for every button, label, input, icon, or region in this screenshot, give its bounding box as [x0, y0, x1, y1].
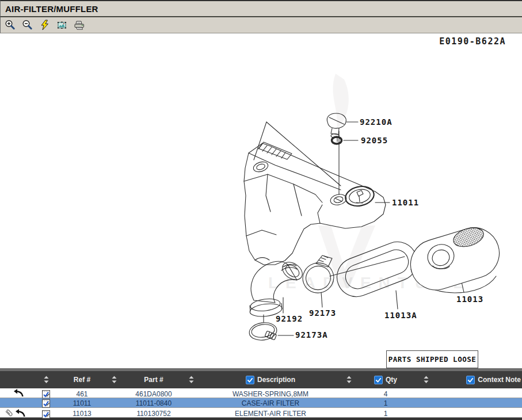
zoom-in-icon: [5, 20, 16, 30]
desc-cell: CASE-AIR FILTER: [197, 398, 344, 408]
part-cell: 110130752: [122, 408, 185, 419]
row-actions: [0, 408, 35, 419]
zoom-out-icon: [22, 20, 33, 30]
lightning-icon: [40, 20, 49, 30]
paperclip-icon[interactable]: [5, 408, 14, 419]
parts-shipped-loose-box: PARTS SHIPPED LOOSE: [386, 350, 478, 368]
sort-arrows-icon: [189, 376, 194, 384]
sort-arrows-icon: [44, 376, 49, 384]
row-actions: [0, 398, 35, 408]
doc-check-cell[interactable]: [35, 408, 58, 419]
doc-check-icon: [41, 409, 51, 419]
context-note-checkbox[interactable]: [466, 376, 475, 384]
sort-arrows-icon: [112, 376, 117, 384]
sort-icon-description[interactable]: [344, 371, 354, 388]
sort-icon-part[interactable]: [185, 371, 197, 388]
sort-arrows-icon: [424, 376, 429, 384]
reply-arrow-icon[interactable]: [16, 408, 26, 419]
header-description[interactable]: Description: [197, 371, 344, 388]
qty-cell: 1: [354, 408, 417, 419]
note-cell: [435, 398, 522, 408]
check-icon: [467, 377, 474, 383]
table-header-row: Ref # Part # Description: [0, 371, 522, 388]
doc-check-cell[interactable]: [35, 398, 58, 408]
part-label-11013: 11013: [456, 295, 483, 304]
part-label-11011: 11011: [392, 198, 419, 207]
zoom-in-button[interactable]: [4, 19, 16, 31]
diagram-canvas: LEADVENTURE: [0, 0, 522, 368]
diagram-code: E0190-B622A: [439, 36, 506, 47]
doc-check-icon: [41, 398, 51, 408]
header-qty[interactable]: Qty: [354, 371, 417, 388]
qty-checkbox[interactable]: [374, 376, 383, 384]
check-icon: [375, 377, 382, 383]
image-select-icon: [56, 21, 67, 30]
sort-arrows-icon: [346, 376, 352, 384]
part-label-92173A: 92173A: [295, 330, 328, 339]
header-part[interactable]: Part #: [122, 371, 185, 388]
page-title: AIR-FILTER/MUFFLER: [5, 4, 98, 14]
table-row[interactable]: 461 461DA0800 WASHER-SPRING,8MM 4: [0, 388, 522, 398]
part-label-11013A: 11013A: [384, 311, 417, 320]
part-label-92173: 92173: [309, 308, 336, 318]
part-label-92210A: 92210A: [360, 117, 393, 127]
parts-table: Ref # Part # Description: [0, 368, 522, 420]
part-cell: 11011-0840: [122, 398, 185, 408]
print-button[interactable]: [73, 19, 85, 31]
title-bar: AIR-FILTER/MUFFLER: [0, 0, 522, 17]
table-row[interactable]: 11013 110130752 ELEMENT-AIR FILTER 1: [0, 408, 522, 418]
image-select-button[interactable]: [56, 19, 68, 31]
part-label-92192: 92192: [276, 314, 303, 323]
desc-cell: ELEMENT-AIR FILTER: [197, 408, 344, 419]
description-checkbox[interactable]: [246, 376, 254, 384]
zoom-out-button[interactable]: [21, 19, 33, 31]
lightning-button[interactable]: [39, 19, 51, 31]
sort-icon-qty[interactable]: [417, 371, 435, 388]
part-clamp-92173A: [248, 321, 278, 342]
check-icon: [247, 377, 253, 383]
sort-icon-select[interactable]: [35, 371, 58, 388]
ref-cell: 11011: [58, 398, 106, 408]
header-ref[interactable]: Ref #: [58, 371, 106, 388]
print-icon: [74, 20, 85, 30]
qty-cell: 1: [354, 398, 417, 408]
watermark-logo: [318, 74, 375, 288]
note-cell: [435, 408, 522, 419]
toolbar: [0, 17, 522, 33]
header-blank: [0, 371, 35, 388]
parts-diagram[interactable]: LEADVENTURE: [0, 0, 522, 368]
part-oring-92055: [332, 137, 342, 144]
doc-check-icon: [41, 389, 51, 399]
ref-cell: 11013: [58, 408, 106, 419]
part-label-92055: 92055: [361, 136, 388, 145]
sort-icon-ref[interactable]: [106, 371, 122, 388]
table-row-selected[interactable]: 11011 11011-0840 CASE-AIR FILTER 1: [0, 398, 522, 408]
header-context-note[interactable]: Context Note: [435, 371, 522, 388]
